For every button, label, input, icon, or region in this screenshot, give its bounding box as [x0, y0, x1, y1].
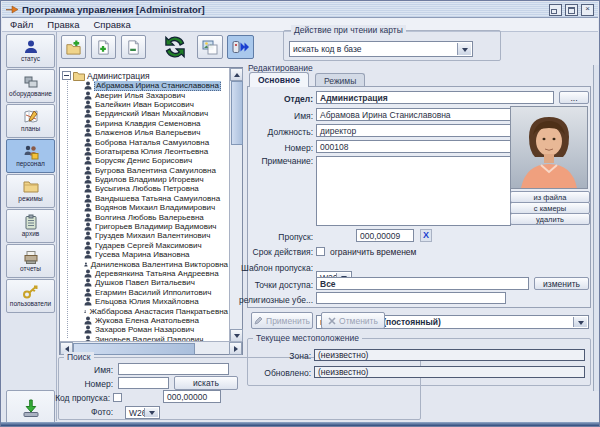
- tree-person-row[interactable]: Даниленкова Валентина Викторовна: [60, 259, 229, 268]
- tree-person-row[interactable]: Балейкин Иван Борисович: [60, 100, 229, 109]
- tree-person-row[interactable]: Богатырева Юлия Леонтьевна: [60, 147, 229, 156]
- search-card-code-checkbox[interactable]: [113, 393, 122, 402]
- sidebar-item-plans[interactable]: планы: [6, 104, 55, 138]
- tree-person-row[interactable]: Блаженов Илья Валерьевич: [60, 128, 229, 137]
- folder-icon: [23, 179, 39, 195]
- copy-photo-button[interactable]: [197, 35, 223, 59]
- tree-person-row[interactable]: Борусяк Денис Борисович: [60, 156, 229, 165]
- tab-modes[interactable]: Режимы: [315, 73, 365, 87]
- chevron-down-icon[interactable]: [457, 43, 471, 55]
- location-group-title: Текущее местоположение: [253, 333, 362, 343]
- tree-person-row[interactable]: Жаббарова Анастасия Панкратьевна: [60, 306, 229, 315]
- department-browse-button[interactable]: ...: [559, 91, 589, 104]
- position-field[interactable]: директор: [316, 124, 511, 137]
- cancel-button[interactable]: Отменить: [321, 312, 385, 329]
- tree-collapse-handle-icon[interactable]: [62, 71, 71, 80]
- tree-person-row[interactable]: Захаров Роман Назарович: [60, 325, 229, 334]
- remove-person-button[interactable]: [121, 35, 146, 59]
- updated-value-field: (неизвестно): [314, 366, 585, 378]
- close-button[interactable]: ×: [581, 4, 594, 16]
- search-number-input[interactable]: [118, 377, 169, 389]
- person-icon: [84, 184, 92, 193]
- menu-file[interactable]: Файл: [10, 19, 33, 30]
- person-icon: [84, 222, 92, 231]
- access-points-change-button[interactable]: изменить: [534, 277, 589, 290]
- position-label: Должность:: [233, 127, 313, 137]
- pass-code-field[interactable]: 000,00009: [356, 229, 414, 242]
- search-photo-label: Фото:: [41, 407, 113, 417]
- tree-person-row[interactable]: Бугрова Валентина Самуиловна: [60, 166, 229, 175]
- apply-button[interactable]: Применить: [251, 312, 313, 329]
- pass-clear-button[interactable]: X: [420, 229, 432, 242]
- card-reader-toggle[interactable]: [227, 35, 254, 59]
- menu-edit[interactable]: Правка: [47, 19, 79, 30]
- window-title: Программа управления [Administrator]: [22, 4, 545, 15]
- department-field[interactable]: Администрация: [316, 91, 554, 104]
- maximize-button[interactable]: [565, 4, 578, 16]
- sidebar-item-users[interactable]: пользователи: [6, 279, 55, 313]
- tree-person-row[interactable]: Деревянкина Татьяна Андреевна: [60, 269, 229, 278]
- note-textarea[interactable]: [316, 156, 511, 226]
- refresh-button[interactable]: [159, 32, 191, 62]
- tree-person-row[interactable]: Будилов Владимир Игоревич: [60, 175, 229, 184]
- person-icon: [84, 175, 92, 184]
- person-icon: [84, 156, 92, 165]
- sidebar-item-personnel[interactable]: персонал: [6, 139, 55, 173]
- name-field[interactable]: Абрамова Ирина Станиславовна: [316, 108, 511, 121]
- tree-person-row[interactable]: Аверин Илья Захарович: [60, 90, 229, 99]
- sidebar-item-status[interactable]: статус: [6, 34, 55, 68]
- tree-person-row[interactable]: Бердинский Иван Михайлович: [60, 109, 229, 118]
- panel-splitter[interactable]: [593, 65, 600, 391]
- tree-person-row[interactable]: Григорьев Владимир Вадимович: [60, 222, 229, 231]
- department-label: Отдел:: [233, 94, 313, 104]
- card-action-select[interactable]: искать код в базе: [289, 41, 473, 57]
- tree-person-row[interactable]: Бусыгина Любовь Петровна: [60, 184, 229, 193]
- tree-person-row[interactable]: Боброва Наталья Самуиловна: [60, 137, 229, 146]
- tree-person-row[interactable]: Волгина Любовь Валерьевна: [60, 212, 229, 221]
- tree-person-row[interactable]: Душков Павел Витальевич: [60, 278, 229, 287]
- search-card-format-select[interactable]: W26: [125, 406, 160, 419]
- religion-field[interactable]: [316, 292, 506, 304]
- person-icon: [84, 119, 92, 128]
- access-points-field[interactable]: Все: [316, 277, 529, 290]
- number-field[interactable]: 000108: [316, 140, 511, 153]
- person-icon: [84, 91, 92, 100]
- chevron-down-icon[interactable]: [144, 408, 158, 417]
- menu-help[interactable]: Справка: [93, 19, 130, 30]
- tree-person-row[interactable]: Бирина Клавдия Семеновна: [60, 119, 229, 128]
- tree-person-row[interactable]: Егармин Василий Ипполитович: [60, 288, 229, 297]
- sidebar-item-equipment[interactable]: оборудование: [6, 69, 55, 103]
- sidebar-item-modes[interactable]: режимы: [6, 174, 55, 208]
- clipboard-icon: [23, 214, 39, 230]
- scroll-up-button[interactable]: [230, 68, 243, 81]
- search-card-code-input[interactable]: 000,00000: [163, 390, 221, 403]
- tree-person-row[interactable]: Гударев Сергей Максимович: [60, 241, 229, 250]
- sidebar-item-reports[interactable]: отчеты: [6, 244, 55, 278]
- tree-person-row[interactable]: Груздев Михаил Валентинович: [60, 231, 229, 240]
- add-group-button[interactable]: [61, 35, 86, 59]
- tree-person-row[interactable]: Жукова Елена Анатольевна: [60, 316, 229, 325]
- location-group: [247, 338, 591, 386]
- person-icon: [84, 147, 92, 156]
- sidebar-item-archive[interactable]: архив: [6, 209, 55, 243]
- tree-person-row[interactable]: Абрамова Ирина Станиславовна: [60, 81, 229, 90]
- minimize-button[interactable]: [549, 4, 562, 16]
- validity-checkbox[interactable]: [316, 247, 325, 256]
- chevron-down-icon[interactable]: [573, 317, 587, 327]
- tree-person-row[interactable]: Ельцова Юлия Михайловна: [60, 297, 229, 306]
- validity-checkbox-label: ограничить временем: [330, 247, 416, 257]
- apply-modes-icon: [21, 399, 41, 418]
- tree-person-row[interactable]: Вандышева Татьяна Самуиловна: [60, 194, 229, 203]
- search-button[interactable]: искать: [174, 376, 238, 390]
- tree-person-row[interactable]: Гусева Марина Ивановна: [60, 250, 229, 259]
- photo-delete-button[interactable]: удалить: [510, 213, 590, 225]
- equipment-icon: [23, 74, 39, 90]
- search-name-input[interactable]: [118, 363, 229, 375]
- tree-person-row[interactable]: Водянов Михаил Владимирович: [60, 203, 229, 212]
- tree-people-list: Абрамова Ирина Станиславовна Аверин Илья…: [60, 81, 229, 341]
- search-number-label: Номер:: [41, 379, 113, 389]
- tab-main[interactable]: Основное: [249, 72, 309, 87]
- add-person-button[interactable]: [91, 35, 116, 59]
- tree-root-node[interactable]: Администрация: [62, 70, 149, 81]
- key-icon: [22, 284, 39, 300]
